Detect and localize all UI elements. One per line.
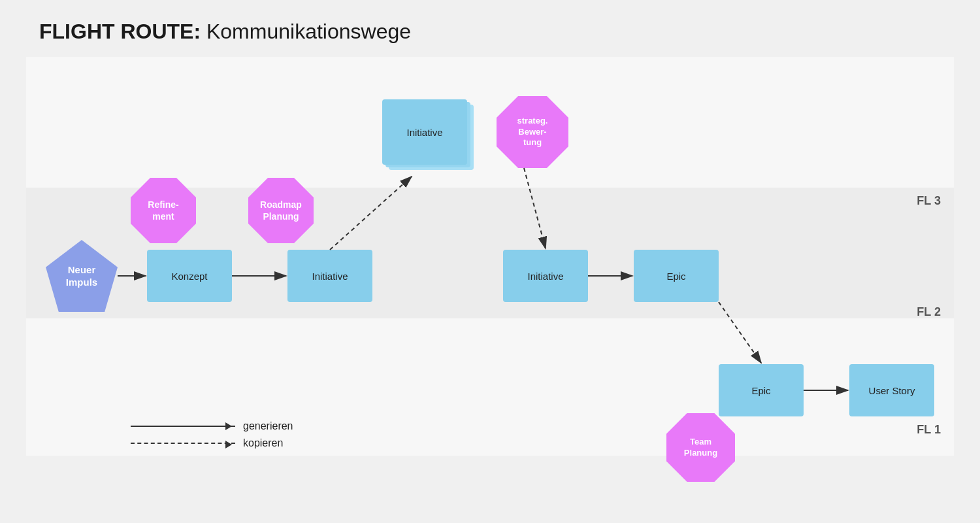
diagram-container: FL 3 FL 2 FL 1 Neuer Impuls Konzept Refi…	[26, 57, 954, 475]
legend-kopieren-label: kopieren	[243, 437, 283, 449]
fl3-label: FL 3	[917, 194, 941, 208]
initiative-fl2-left-node: Initiative	[287, 250, 372, 302]
legend-dashed-arrow	[131, 443, 235, 444]
epic-fl1-node: Epic	[719, 364, 804, 416]
legend-generieren-label: generieren	[243, 420, 293, 432]
legend-generieren-row: generieren	[131, 420, 293, 432]
initiative-fl2-right-node: Initiative	[503, 250, 588, 302]
fl2-label: FL 2	[917, 305, 941, 319]
epic-fl2-node: Epic	[634, 250, 719, 302]
roadmap-planung-node: Roadmap Planung	[248, 178, 314, 243]
strateg-bewertung-node: strateg. Bewer- tung	[497, 96, 568, 168]
refinement-node: Refine- ment	[131, 178, 196, 243]
initiative-fl3-node: Initiative	[382, 99, 480, 178]
team-planung-node: Team Planung	[666, 413, 735, 482]
konzept-node: Konzept	[147, 250, 232, 302]
legend-solid-arrow	[131, 426, 235, 427]
legend-kopieren-row: kopieren	[131, 437, 293, 449]
user-story-node: User Story	[849, 364, 934, 416]
title-area: FLIGHT ROUTE: Kommunikationswege	[0, 0, 980, 57]
title-bold: FLIGHT ROUTE:	[39, 20, 201, 43]
fl3-band	[26, 57, 954, 188]
initiative-fl3-front: Initiative	[382, 99, 467, 165]
title-light: Kommunikationswege	[201, 20, 411, 43]
fl1-label: FL 1	[917, 423, 941, 437]
legend: generieren kopieren	[131, 420, 293, 449]
